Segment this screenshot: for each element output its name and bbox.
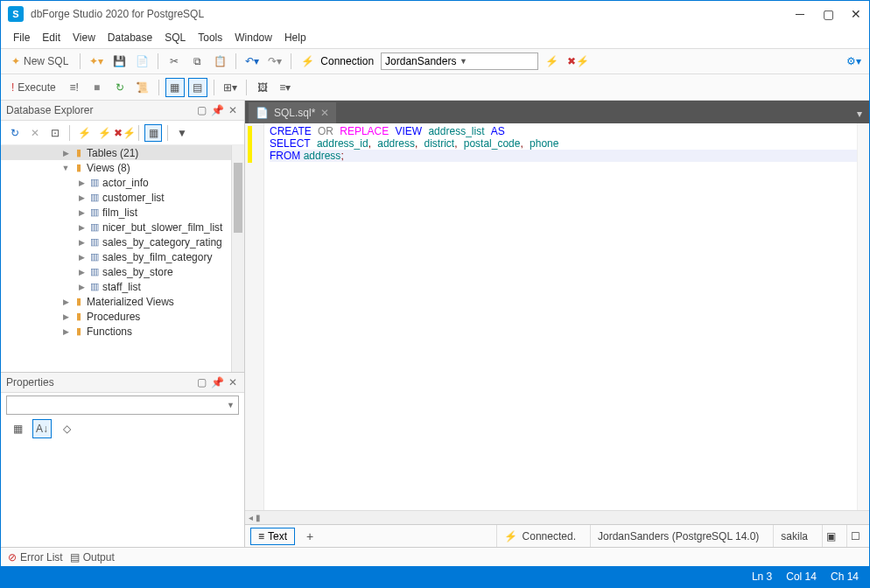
image-button[interactable]: 🖼 [253,78,272,97]
tree-item[interactable]: ▶▥sales_by_film_category [1,249,231,264]
menu-database[interactable]: Database [108,32,152,44]
expand-icon[interactable]: ▶ [76,283,87,291]
view-mode-1[interactable]: ▣ [822,525,839,547]
filter-button[interactable]: ▼ [173,124,191,142]
tab-close-icon[interactable]: ✕ [320,107,329,119]
menu-window[interactable]: Window [235,32,272,44]
disconnect-button[interactable]: ✖⚡ [565,52,592,71]
expand-icon[interactable]: ▶ [76,268,87,276]
save-button[interactable]: 💾 [109,52,129,71]
conn2-icon[interactable]: ⚡ [95,124,113,142]
connect-icon[interactable]: ⚡ [75,124,93,142]
results-grid-button[interactable]: ▦ [165,78,185,97]
props-pin-icon[interactable]: 📌 [211,376,223,388]
expand-icon[interactable]: ▶ [76,208,87,217]
sql-toolbar: !Execute ≡! ■ ↻ 📜 ▦ ▤ ⊞▾ 🖼 ≡▾ [1,74,869,101]
panel-pin-icon[interactable]: 📌 [211,104,223,116]
props-cat-button[interactable]: ▦ [8,419,27,438]
redo-button[interactable]: ↷▾ [265,52,284,71]
error-list-tab[interactable]: ⊘Error List [8,551,63,564]
panel-close-icon[interactable]: ✕ [227,104,239,116]
connection-dropdown[interactable]: JordanSanders ▼ [381,52,538,70]
new-connection-button[interactable]: ⚡ [542,52,561,71]
script-button[interactable]: 📜 [133,78,152,97]
tree-label: actor_info [102,177,149,189]
panel-window-icon[interactable]: ▢ [195,104,207,116]
expand-icon[interactable]: ▼ [60,164,71,172]
tree-item[interactable]: ▶▥sales_by_category_rating [1,234,231,249]
tree-item[interactable]: ▶▮Procedures [1,309,231,324]
stop-button[interactable]: ■ [88,78,107,97]
indent-button[interactable]: ⊞▾ [221,78,240,97]
window-title: dbForge Studio 2020 for PostgreSQL [31,8,794,20]
properties-selector[interactable]: ▼ [6,396,239,415]
new-file-button[interactable]: ✦▾ [87,52,106,71]
menu-edit[interactable]: Edit [42,32,60,44]
new-sql-button[interactable]: ✦New SQL [6,52,74,71]
tree-item[interactable]: ▶▮Tables (21) [1,145,231,160]
maximize-button[interactable]: ▢ [822,8,834,20]
paste-button[interactable]: 📋 [210,52,229,71]
options-button[interactable]: ⚙▾ [844,52,864,71]
editor-statusbar: ≡Text + ⚡Connected. JordanSanders (Postg… [245,524,869,547]
copy-button[interactable]: ⧉ [187,52,207,71]
db-tree[interactable]: ▶▮Tables (21)▼▮Views (8)▶▥actor_info▶▥cu… [1,145,244,372]
tab-menu-icon[interactable]: ▾ [853,104,866,123]
tree-scrollbar[interactable] [231,145,244,372]
menu-help[interactable]: Help [284,32,306,44]
sql-editor[interactable]: CREATE OR REPLACE VIEW address_list AS S… [264,123,869,510]
format-button[interactable]: ≡▾ [276,78,295,97]
tree-label: film_list [102,206,137,219]
results-text-button[interactable]: ▤ [188,78,207,97]
tree-item[interactable]: ▶▥sales_by_store [1,264,231,279]
collapse-button[interactable]: ⊡ [46,124,64,142]
tree-item[interactable]: ▶▮Functions [1,324,231,339]
horizontal-scrollbar[interactable]: ◂ ▮ [245,510,869,524]
status-col: Col 14 [786,570,817,583]
close-button[interactable]: ✕ [850,8,862,20]
undo-button[interactable]: ↶▾ [242,52,262,71]
props-sort-button[interactable]: A↓ [32,419,52,438]
file-tab[interactable]: 📄 SQL.sql* ✕ [249,102,336,123]
output-tab[interactable]: ▤Output [70,551,115,564]
server-info: JordanSanders (PostgreSQL 14.0) [590,525,766,547]
connection-icon[interactable]: ⚡ [298,52,317,71]
add-tab-button[interactable]: + [302,529,318,543]
tree-item[interactable]: ▶▥actor_info [1,175,231,190]
expand-icon[interactable]: ▶ [76,223,87,232]
conn3-icon[interactable]: ✖⚡ [116,124,133,142]
delete-button[interactable]: ✕ [26,124,44,142]
expand-icon[interactable]: ▶ [60,149,71,158]
overview-ruler[interactable] [857,123,869,510]
menu-view[interactable]: View [73,32,95,44]
expand-icon[interactable]: ▶ [76,253,87,262]
tree-item[interactable]: ▶▥nicer_but_slower_film_list [1,220,231,234]
execute-button[interactable]: !Execute [6,78,61,97]
minimize-button[interactable]: ─ [794,8,806,20]
view-mode-2[interactable]: ☐ [846,525,864,547]
props-pages-button[interactable]: ◇ [57,419,76,438]
expand-icon[interactable]: ▶ [76,193,87,202]
show-all-button[interactable]: ▦ [144,124,162,142]
expand-icon[interactable]: ▶ [60,312,71,321]
save-all-button[interactable]: 📄 [132,52,151,71]
results-text-tab[interactable]: ≡Text [250,528,295,545]
cut-button[interactable]: ✂ [165,52,184,71]
execute-step-button[interactable]: ≡! [65,78,84,97]
expand-icon[interactable]: ▶ [60,298,71,306]
refresh-tree-button[interactable]: ↻ [6,124,24,142]
expand-icon[interactable]: ▶ [60,327,71,336]
tree-item[interactable]: ▼▮Views (8) [1,160,231,175]
menu-file[interactable]: File [13,32,30,44]
tree-item[interactable]: ▶▥customer_list [1,190,231,205]
expand-icon[interactable]: ▶ [76,178,87,187]
menu-tools[interactable]: Tools [198,32,222,44]
expand-icon[interactable]: ▶ [76,238,87,247]
refresh-button[interactable]: ↻ [110,78,130,97]
menu-sql[interactable]: SQL [165,32,186,44]
tree-item[interactable]: ▶▥staff_list [1,279,231,294]
tree-item[interactable]: ▶▥film_list [1,205,231,220]
props-window-icon[interactable]: ▢ [195,376,207,388]
props-close-icon[interactable]: ✕ [227,376,239,388]
tree-item[interactable]: ▶▮Materialized Views [1,294,231,309]
